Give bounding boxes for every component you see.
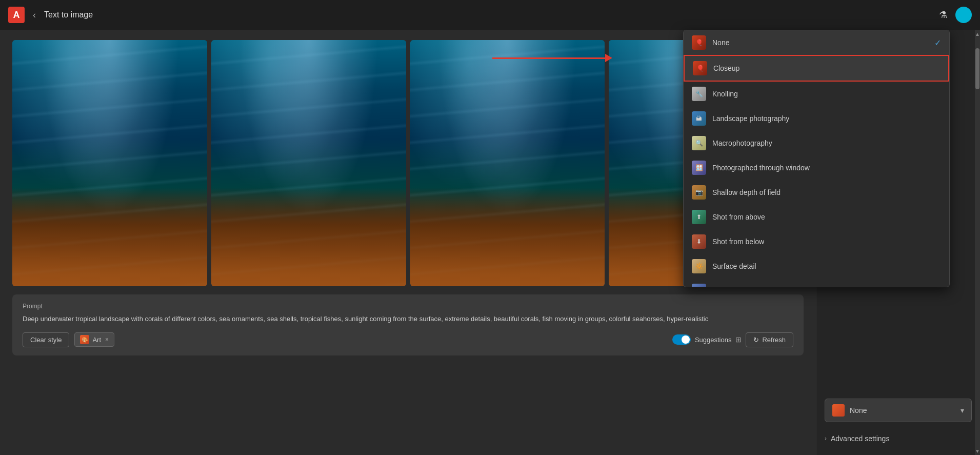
suggestions-label: Suggestions	[695, 336, 732, 344]
page-title: Text to image	[44, 10, 93, 19]
style-selector[interactable]: None ▾	[825, 399, 972, 422]
style-selector-icon	[832, 404, 845, 417]
prompt-actions: Clear style 🎨 Art × Suggestions ⊞ ↻ Refr…	[23, 332, 793, 347]
refresh-label: Refresh	[762, 336, 786, 344]
dropdown-item-macro[interactable]: 🔍 Macrophotography	[684, 131, 949, 155]
sidebar-scrollbar[interactable]: ▲ ▼	[975, 30, 980, 455]
window-icon: 🪟	[692, 161, 706, 175]
style-dropdown: 🎈 None ✓ 🎈 Closeup 🔧 Knolling	[683, 30, 950, 287]
advanced-settings[interactable]: › Advanced settings	[825, 430, 972, 447]
arrow-head	[605, 54, 612, 62]
back-button[interactable]: ‹	[31, 8, 38, 23]
macro-label: Macrophotography	[712, 139, 772, 147]
closeup-icon: 🎈	[693, 61, 707, 75]
art-tag-icon: 🎨	[80, 335, 89, 344]
landscape-label: Landscape photography	[712, 114, 789, 123]
header-icons: ⚗	[939, 7, 972, 23]
shallow-label: Shallow depth of field	[712, 188, 781, 196]
advanced-chevron-icon: ›	[825, 435, 827, 442]
red-arrow-annotation	[492, 54, 612, 62]
style-selector-label: None	[850, 406, 867, 414]
dropdown-item-surface[interactable]: 🔆 Surface detail	[684, 254, 949, 279]
prompt-area: Prompt Deep underwater tropical landscap…	[12, 294, 804, 355]
dropdown-item-closeup[interactable]: 🎈 Closeup	[684, 55, 949, 82]
dropdown-item-below[interactable]: ⬇ Shot from below	[684, 229, 949, 254]
right-sidebar: 🎈 None ✓ 🎈 Closeup 🔧 Knolling	[816, 30, 980, 455]
dropdown-item-landscape[interactable]: 🏔 Landscape photography	[684, 106, 949, 131]
art-tag-close-button[interactable]: ×	[105, 336, 109, 343]
dropdown-scroll[interactable]: 🎈 None ✓ 🎈 Closeup 🔧 Knolling	[684, 30, 949, 287]
refresh-icon: ↻	[753, 336, 759, 344]
art-tag-label: Art	[92, 336, 101, 344]
image-2[interactable]	[211, 40, 406, 286]
refresh-button[interactable]: ↻ Refresh	[746, 332, 793, 347]
suggestions-info-icon[interactable]: ⊞	[735, 335, 742, 344]
above-label: Shot from above	[712, 213, 765, 221]
flask-icon[interactable]: ⚗	[939, 9, 947, 21]
dropdown-item-knolling[interactable]: 🔧 Knolling	[684, 82, 949, 106]
header: A ‹ Text to image ⚗	[0, 0, 980, 30]
art-style-tag[interactable]: 🎨 Art ×	[74, 332, 114, 347]
none-label: None	[712, 38, 729, 47]
image-1[interactable]	[12, 40, 207, 286]
clear-style-button[interactable]: Clear style	[23, 332, 69, 347]
scrollbar-thumb[interactable]	[975, 48, 979, 89]
image-3[interactable]	[410, 40, 605, 286]
below-icon: ⬇	[692, 234, 706, 249]
below-label: Shot from below	[712, 238, 764, 246]
window-label: Photographed through window	[712, 164, 810, 172]
dropdown-item-wide[interactable]: 🌐 Wide angle	[684, 279, 949, 287]
wide-icon: 🌐	[692, 284, 706, 287]
arrow-line	[492, 57, 605, 59]
advanced-settings-label: Advanced settings	[831, 434, 889, 443]
closeup-label: Closeup	[713, 64, 739, 72]
user-avatar[interactable]	[955, 7, 972, 23]
shallow-icon: 📷	[692, 185, 706, 200]
prompt-label: Prompt	[23, 303, 793, 310]
checkmark-icon: ✓	[934, 38, 941, 48]
above-icon: ⬆	[692, 210, 706, 224]
dropdown-item-none[interactable]: 🎈 None ✓	[684, 30, 949, 55]
none-icon: 🎈	[692, 35, 706, 50]
dropdown-item-above[interactable]: ⬆ Shot from above	[684, 205, 949, 229]
scrollbar-up-arrow[interactable]: ▲	[975, 30, 980, 38]
scrollbar-down-arrow[interactable]: ▼	[975, 447, 980, 455]
suggestions-toggle[interactable]	[672, 334, 691, 345]
prompt-text: Deep underwater tropical landscape with …	[23, 314, 793, 324]
suggestions-area: Suggestions ⊞ ↻ Refresh	[672, 332, 793, 347]
chevron-down-icon: ▾	[961, 406, 964, 414]
landscape-icon: 🏔	[692, 111, 706, 126]
knolling-label: Knolling	[712, 90, 738, 98]
main-layout: Prompt Deep underwater tropical landscap…	[0, 30, 980, 455]
dropdown-item-window[interactable]: 🪟 Photographed through window	[684, 155, 949, 180]
surface-icon: 🔆	[692, 259, 706, 273]
style-selector-left: None	[832, 404, 867, 417]
adobe-logo-icon: A	[8, 7, 25, 23]
knolling-icon: 🔧	[692, 87, 706, 101]
surface-label: Surface detail	[712, 262, 756, 270]
macro-icon: 🔍	[692, 136, 706, 150]
dropdown-item-shallow[interactable]: 📷 Shallow depth of field	[684, 180, 949, 205]
